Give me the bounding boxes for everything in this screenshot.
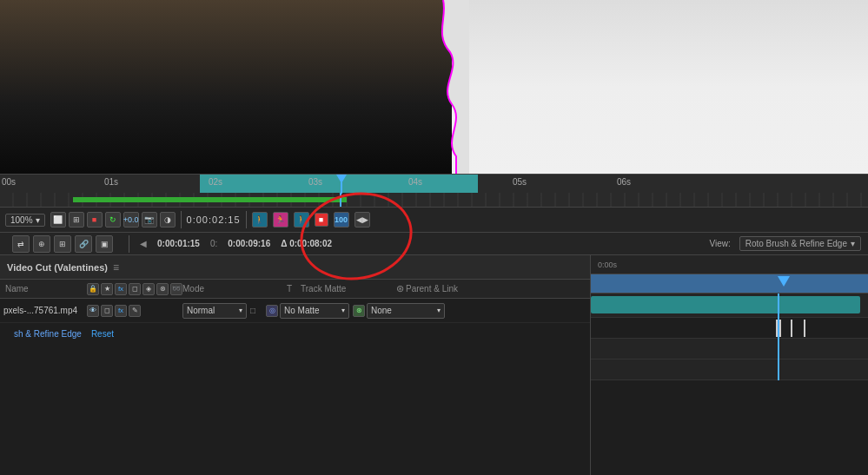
time-out-label: 0: [210, 239, 217, 248]
ibeam-marker-4 [804, 320, 805, 337]
clone-icon[interactable]: ⊕ [33, 235, 50, 253]
effect-col-icon[interactable]: ⊛ [156, 283, 169, 295]
roto-run-icon[interactable]: 🚶 [294, 212, 309, 228]
roto-track-row [591, 318, 868, 339]
empty-track-1 [591, 339, 868, 360]
info-right: View: Roto Brush & Refine Edge ▾ [709, 236, 861, 251]
empty-track-2 [591, 360, 868, 380]
layer-solo-icon[interactable]: ◻ [101, 305, 113, 317]
view-label: View: [709, 239, 730, 248]
col-parent-icon: ⊛ [396, 283, 404, 294]
fit-view-icon[interactable]: ⬜ [50, 212, 66, 228]
frame-col-icon[interactable]: ◻ [129, 283, 141, 295]
parent-icon[interactable]: ⊛ [353, 305, 365, 317]
ruler-label-6: 06s [617, 177, 631, 187]
panel-menu-icon[interactable]: ≡ [113, 261, 119, 274]
ruler-label-2: 02s [209, 177, 222, 187]
video-right-panel [452, 0, 868, 174]
video-preview [0, 0, 868, 174]
transfer-icon[interactable]: ⇄ [12, 235, 30, 253]
copy-icon[interactable]: ⊞ [54, 235, 71, 253]
link-icon[interactable]: 🔗 [75, 235, 92, 253]
empty-track-2-playhead [778, 360, 779, 380]
divider-2 [246, 211, 247, 228]
time-in-icon: ◀ [140, 239, 147, 248]
video-clip[interactable] [591, 296, 860, 313]
lock-col-icon[interactable]: 🔒 [87, 283, 99, 295]
track-matte-value: No Matte [284, 306, 320, 315]
ruler-label-1: 01s [104, 177, 118, 187]
track-chevron: ▾ [341, 307, 345, 314]
fx-col-icon[interactable]: fx [115, 283, 127, 295]
time-display[interactable]: 0:00:02:15 [187, 214, 241, 225]
layer-switch-icons: 👁 ◻ fx ✎ [87, 305, 182, 317]
camera-icon[interactable]: 📷 [142, 212, 157, 228]
empty-track-playhead [778, 339, 779, 360]
col-parent-label: Parent & Link [406, 284, 519, 294]
roto-walk2-icon[interactable]: 🏃 [273, 212, 288, 228]
track-area [591, 274, 868, 380]
refresh-icon[interactable]: ↻ [105, 212, 121, 228]
ibeam-marker-3 [791, 320, 792, 337]
t-checkbox[interactable]: □ [250, 306, 266, 315]
col-name-label: Name [0, 284, 87, 294]
panel-title: Video Cut (Valentines) [7, 262, 108, 273]
track-matte-dropdown[interactable]: No Matte ▾ [280, 303, 349, 319]
col-switch-icons: 🔒 ★ fx ◻ ◈ ⊛ ➿ [87, 283, 182, 295]
num100-icon[interactable]: 100 [334, 212, 349, 228]
time-out-value: 0:00:09:16 [228, 239, 270, 248]
layer-fx-icon[interactable]: fx [115, 305, 127, 317]
ruler-work-area [200, 175, 478, 194]
roto-track-playhead [778, 318, 779, 339]
roto-walk-icon[interactable]: 🚶 [252, 212, 268, 228]
track-time-zero: 0:00s [598, 261, 617, 269]
col-t-label: T [287, 284, 301, 294]
alpha-icon[interactable]: ◑ [160, 212, 176, 228]
layer-name: pxels-...75761.mp4 [0, 306, 87, 315]
divider-1 [181, 211, 182, 228]
reset-button[interactable]: Reset [91, 329, 114, 339]
work-area-green [73, 197, 347, 202]
layer-row[interactable]: pxels-...75761.mp4 👁 ◻ fx ✎ Normal ▾ □ ◎… [0, 299, 590, 323]
video-left-panel [0, 0, 452, 174]
layer-pencil-icon[interactable]: ✎ [129, 305, 141, 317]
plus-icon[interactable]: +0.0 [123, 212, 139, 228]
panel-area: Video Cut (Valentines) ≡ Name 🔒 ★ fx ◻ ◈… [0, 255, 868, 475]
zoom-dropdown[interactable]: 100% ▾ [5, 214, 45, 227]
ruler-label-5: 05s [513, 177, 527, 187]
info-bar: ⇄ ⊕ ⊞ 🔗 ▣ ◀ 0:00:01:15 0: 0:00:09:16 Δ 0… [0, 233, 868, 255]
view-select[interactable]: Roto Brush & Refine Edge ▾ [739, 236, 861, 251]
motion-col-icon[interactable]: ➿ [170, 283, 182, 295]
mode-dropdown[interactable]: Normal ▾ [182, 303, 247, 319]
ruler-label-4: 04s [408, 177, 422, 187]
mode-value: Normal [187, 306, 215, 315]
info-divider [129, 235, 129, 253]
duration-value: Δ 0:00:08:02 [281, 239, 332, 248]
video-track-row [591, 294, 868, 318]
layer-eye-icon[interactable]: 👁 [87, 305, 99, 317]
color-icon[interactable]: ■ [87, 212, 103, 228]
view-value: Roto Brush & Refine Edge [745, 239, 847, 248]
playhead-diamond-container [778, 276, 790, 287]
col-mode-label: Mode [182, 284, 287, 294]
track-header: 0:00s [591, 255, 868, 274]
shy-col-icon[interactable]: ★ [101, 283, 113, 295]
red-square-icon[interactable]: ■ [315, 213, 328, 227]
ibeam-marker-2 [779, 320, 781, 337]
arrow-right-icon[interactable]: ◀▶ [354, 212, 370, 228]
effect-name: sh & Refine Edge [14, 329, 82, 339]
timeline-controls: ⇄ ⊕ ⊞ 🔗 ▣ [7, 235, 118, 253]
layer-panel: Video Cut (Valentines) ≡ Name 🔒 ★ fx ◻ ◈… [0, 255, 591, 475]
mask-icon[interactable]: ▣ [96, 235, 113, 253]
timeline-ruler[interactable]: 00s 01s 02s 03s 04s 05s 06s [0, 174, 868, 193]
col-track-label: Track Matte [301, 284, 396, 294]
grid-icon[interactable]: ⊞ [69, 212, 84, 228]
work-area-playhead [340, 193, 341, 207]
track-header-bar [591, 274, 868, 294]
time-in-value: 0:00:01:15 [157, 239, 200, 248]
effect-row: sh & Refine Edge Reset [0, 323, 590, 339]
work-area-bar[interactable] [0, 193, 868, 207]
track-matte-icon[interactable]: ◎ [266, 305, 278, 317]
parent-dropdown[interactable]: None ▾ [367, 303, 445, 319]
quality-col-icon[interactable]: ◈ [142, 283, 155, 295]
